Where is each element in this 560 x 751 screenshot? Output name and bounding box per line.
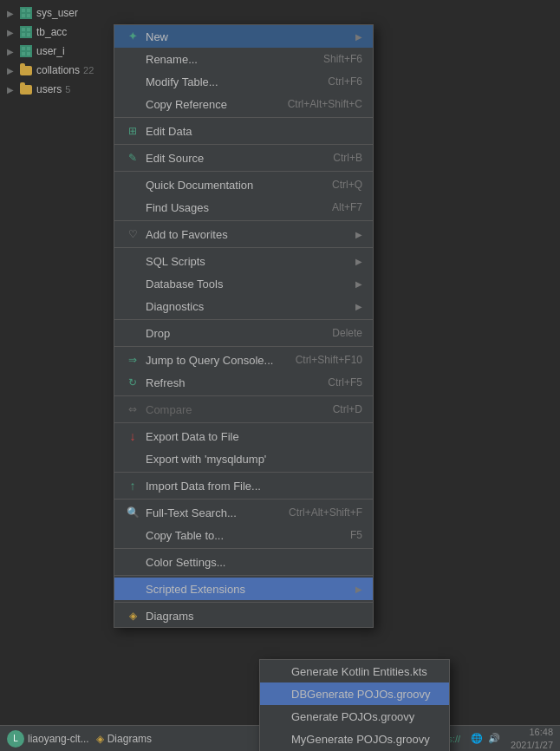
menu-item-add-favorites[interactable]: ♡ Add to Favorites ▶	[114, 223, 373, 245]
submenu-item-gen-pojos[interactable]: Generate POJOs.groovy	[260, 705, 449, 728]
menu-item-database-tools[interactable]: Database Tools ▶	[114, 272, 373, 295]
diagrams-icon: ◈	[96, 733, 104, 745]
menu-item-compare[interactable]: ⇔ Compare Ctrl+D	[114, 398, 373, 421]
menu-item-edit-data[interactable]: ⊞ Edit Data	[114, 120, 373, 142]
tree-label: collations	[36, 64, 80, 76]
menu-label: Add to Favorites	[146, 228, 352, 241]
spacer-icon	[125, 74, 140, 89]
menu-item-quick-doc[interactable]: Quick Documentation Ctrl+Q	[114, 173, 373, 196]
menu-item-scripted-extensions[interactable]: Scripted Extensions ▶	[114, 578, 373, 600]
menu-label: Copy Table to...	[146, 529, 343, 542]
shortcut: Ctrl+D	[333, 403, 362, 415]
avatar-container[interactable]: L liaoyang-clt...	[7, 730, 89, 748]
menu-item-find-usages[interactable]: Find Usages Alt+F7	[114, 196, 373, 219]
refresh-icon: ↻	[125, 375, 140, 390]
menu-label: Diagrams	[146, 610, 362, 623]
shortcut: Ctrl+Alt+Shift+F	[289, 506, 362, 519]
menu-item-import-file[interactable]: ↑ Import Data from File...	[114, 474, 373, 497]
shortcut: Alt+F7	[332, 201, 362, 213]
submenu-arrow: ▶	[355, 32, 362, 42]
menu-item-rename[interactable]: Rename... Shift+F6	[114, 48, 373, 70]
time-display: 16:48 2021/1/27	[511, 726, 553, 751]
separator	[114, 220, 373, 221]
statusbar-left: L liaoyang-clt... ◈ Diagrams	[7, 730, 152, 748]
spacer-icon	[270, 731, 286, 747]
menu-item-edit-source[interactable]: ✎ Edit Source Ctrl+B	[114, 147, 373, 169]
spacer-icon	[125, 177, 140, 193]
diagrams-statusbar-icon: ◈ Diagrams	[96, 733, 152, 745]
statusbar-right: https:// 🌐 🔊 16:48 2021/1/27	[432, 726, 553, 751]
menu-item-copy-reference[interactable]: Copy Reference Ctrl+Alt+Shift+C	[114, 93, 373, 115]
menu-label: Import Data from File...	[146, 480, 362, 493]
submenu-item-my-gen-pojos[interactable]: MyGenerate POJOs.groovy	[260, 728, 449, 750]
spacer-icon	[125, 451, 140, 467]
separator	[114, 395, 373, 396]
edit-source-icon: ✎	[125, 150, 140, 166]
shortcut: Ctrl+Shift+F10	[296, 354, 362, 366]
menu-item-color-settings[interactable]: Color Settings...	[114, 551, 373, 573]
table-icon	[19, 44, 33, 58]
spacer-icon	[270, 663, 286, 679]
badge: 5	[65, 84, 70, 95]
spacer-icon	[125, 96, 140, 112]
network-icon: 🌐	[471, 733, 483, 744]
menu-label: Modify Table...	[146, 75, 321, 88]
menu-label: Export Data to File	[146, 430, 362, 443]
submenu-label: MyGenerate POJOs.groovy	[291, 733, 430, 746]
menu-item-sql-scripts[interactable]: SQL Scripts ▶	[114, 250, 373, 272]
submenu-label: Generate POJOs.groovy	[291, 710, 414, 723]
menu-item-refresh[interactable]: ↻ Refresh Ctrl+F5	[114, 371, 373, 394]
table-icon	[19, 6, 33, 20]
edit-data-icon: ⊞	[125, 123, 140, 139]
menu-label: Drop	[146, 327, 325, 340]
add-fav-icon: ♡	[125, 226, 140, 242]
shortcut: Ctrl+F6	[328, 75, 362, 88]
separator	[114, 144, 373, 145]
sys-icons: 🌐 🔊	[471, 733, 500, 744]
submenu-item-gen-kotlin[interactable]: Generate Kotlin Entities.kts	[260, 660, 449, 682]
time: 16:48	[511, 726, 553, 738]
submenu-arrow: ▶	[355, 230, 362, 239]
date: 2021/1/27	[511, 739, 553, 751]
username: liaoyang-clt...	[28, 733, 89, 745]
menu-item-export-file[interactable]: ↓ Export Data to File	[114, 425, 373, 447]
tree-label: users	[36, 83, 62, 95]
spacer-icon	[125, 325, 140, 341]
menu-item-new[interactable]: ✦ New ▶	[114, 25, 373, 48]
menu-item-diagnostics[interactable]: Diagnostics ▶	[114, 295, 373, 317]
menu-item-drop[interactable]: Drop Delete	[114, 322, 373, 344]
menu-item-jump-query[interactable]: ⇒ Jump to Query Console... Ctrl+Shift+F1…	[114, 349, 373, 371]
menu-label: Database Tools	[146, 278, 352, 291]
menu-label: Export with 'mysqldump'	[146, 453, 362, 466]
folder-icon	[19, 82, 33, 96]
compare-icon: ⇔	[125, 402, 140, 417]
table-icon	[19, 25, 33, 39]
tree-item-sys-user[interactable]: ▶ sys_user	[0, 3, 199, 23]
submenu-arrow: ▶	[355, 584, 362, 594]
separator	[114, 472, 373, 473]
menu-item-copy-table-to[interactable]: Copy Table to... F5	[114, 524, 373, 546]
submenu-item-db-gen-pojos[interactable]: DBGenerate POJOs.groovy	[260, 682, 449, 705]
menu-label: Jump to Query Console...	[146, 354, 289, 367]
menu-item-diagrams[interactable]: ◈ Diagrams	[114, 604, 373, 627]
spacer-icon	[270, 686, 286, 702]
menu-item-full-text-search[interactable]: 🔍 Full-Text Search... Ctrl+Alt+Shift+F	[114, 501, 373, 524]
menu-label: Diagnostics	[146, 300, 352, 313]
import-icon: ↑	[125, 478, 140, 493]
spacer-icon	[125, 527, 140, 543]
avatar: L	[7, 730, 24, 748]
menu-item-export-mysqldump[interactable]: Export with 'mysqldump'	[114, 447, 373, 470]
shortcut: Shift+F6	[323, 53, 362, 65]
separator	[114, 548, 373, 549]
spacer-icon	[125, 199, 140, 215]
separator	[114, 422, 373, 423]
menu-item-modify-table[interactable]: Modify Table... Ctrl+F6	[114, 70, 373, 93]
separator	[114, 247, 373, 248]
spacer-icon	[125, 253, 140, 269]
separator	[114, 117, 373, 118]
separator	[114, 575, 373, 576]
submenu-arrow: ▶	[355, 257, 362, 266]
menu-label: Full-Text Search...	[146, 506, 282, 519]
tree-arrow: ▶	[7, 46, 17, 56]
menu-label: SQL Scripts	[146, 255, 352, 268]
